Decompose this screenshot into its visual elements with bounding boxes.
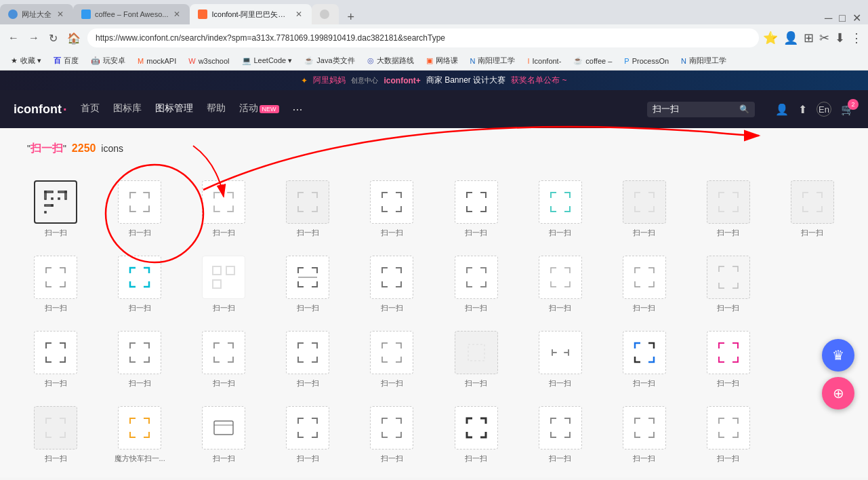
icon-item[interactable]: 扫一扫 [434,395,518,471]
nav-home[interactable]: 首页 [81,100,100,119]
icon-item[interactable]: 扫一扫 [602,395,686,471]
icon-item[interactable]: 扫一扫 [518,395,602,471]
bookmark-mooc[interactable]: ▣ 网络课 [421,54,463,67]
ad-left-text: 阿里妈妈 [313,75,346,86]
home-button[interactable]: 🏠 [64,29,83,47]
minimize-icon[interactable]: ─ [825,12,832,24]
icon-label: 扫一扫 [633,378,655,388]
nav-activity[interactable]: 活动NEW [239,100,279,119]
bookmark-wanandroid[interactable]: 🤖 玩安卓 [85,54,131,67]
icon-label: 扫一扫 [45,303,67,313]
icon-item[interactable]: 扫一扫 [602,320,686,395]
icon-item[interactable]: 扫一扫 [266,320,350,395]
icon-item[interactable]: 扫一扫 [14,245,98,320]
bookmark-mockapi[interactable]: M mockAPI [132,56,182,66]
icon-item[interactable]: 扫一扫 [350,245,434,320]
icon-label: 扫一扫 [381,454,403,464]
icon-item[interactable]: 扫一扫 [518,245,602,320]
icon-item[interactable]: 扫一扫 [182,320,266,395]
bookmark-java[interactable]: ☕ Java类文件 [299,54,360,67]
address-input[interactable] [87,28,759,47]
nav-manage[interactable]: 图标管理 [155,100,193,119]
icon-item[interactable]: 扫一扫 [98,245,182,320]
svg-rect-5 [58,198,60,199]
icon-item[interactable]: 扫一扫 [14,320,98,395]
bookmark-w3school[interactable]: W w3school [183,56,234,66]
bookmark-iconfont[interactable]: I Iconfont- [522,56,566,66]
bookmark-star-icon[interactable]: ⭐ [763,31,778,45]
icon-item[interactable]: 扫一扫 [602,169,686,245]
icon-item[interactable]: 魔方快车扫一... [98,395,182,471]
nav-help[interactable]: 帮助 [207,100,226,119]
icon-item[interactable]: 扫一扫 [518,320,602,395]
icon-item[interactable]: 扫一扫 [434,320,518,395]
tab-close-3[interactable]: ✕ [294,8,304,20]
crown-icon: ♛ [832,347,844,363]
icon-item[interactable]: 扫一扫 [182,395,266,471]
tab-close-1[interactable]: ✕ [56,8,65,20]
icon-item[interactable]: 扫一扫 [686,320,770,395]
bookmark-favorites[interactable]: ★ 收藏 ▾ [5,54,47,67]
download-icon[interactable]: ⬇ [835,31,845,45]
icon-item[interactable]: 扫一扫 [686,169,770,245]
icon-item[interactable]: 扫一扫 [434,169,518,245]
icon-item[interactable]: 扫一扫 [14,395,98,471]
nav-more[interactable]: ··· [293,102,303,117]
close-browser-icon[interactable]: ✕ [852,12,861,24]
reload-button[interactable]: ↻ [46,29,60,47]
cart-wrapper[interactable]: 🛒 2 [841,103,854,116]
share-float-button[interactable]: ⊕ [822,377,854,409]
icon-item[interactable]: 扫一扫 [350,320,434,395]
icon-item[interactable]: 扫一扫 [770,169,854,245]
user-icon[interactable]: 👤 [775,103,789,116]
icon-item[interactable]: 扫一扫 [350,395,434,471]
vip-float-button[interactable]: ♛ [822,339,854,372]
icon-item[interactable]: 扫一扫 [350,169,434,245]
icon-item[interactable]: 扫一扫 [686,245,770,320]
search-input[interactable] [653,104,734,115]
icon-item[interactable]: 扫一扫 [98,320,182,395]
icon-item[interactable]: 扫一扫 [434,245,518,320]
icon-item[interactable]: 扫一扫 [266,395,350,471]
icon-box [539,331,582,374]
icon-label: 扫一扫 [213,303,235,313]
extensions-icon[interactable]: ⊞ [804,31,814,45]
icon-item[interactable]: 扫一扫 [686,395,770,471]
icon-item[interactable]: 扫一扫 [14,169,98,245]
bookmark-label: w3school [199,57,230,65]
nav-library[interactable]: 图标库 [113,100,142,119]
cut-icon[interactable]: ✂ [819,31,829,45]
icon-item[interactable]: 扫一扫 [182,245,266,320]
icon-item[interactable]: 扫一扫 [266,245,350,320]
upload-icon[interactable]: ⬆ [798,103,807,116]
menu-icon[interactable]: ⋮ [850,31,863,45]
bookmark-processon[interactable]: P ProcessOn [619,56,674,66]
forward-button[interactable]: → [26,29,42,47]
icon-item[interactable]: 扫一扫 [602,245,686,320]
icon-item[interactable]: 扫一扫 [518,169,602,245]
tab-4[interactable] [312,4,339,24]
tab-3[interactable]: Iconfont-阿里巴巴矢量... ✕ [190,4,312,24]
bookmark-baidu[interactable]: 百 百度 [48,54,84,67]
ad-banner[interactable]: ✦ 阿里妈妈 创意中心 iconfont+ 商家 Banner 设计大赛 获奖名… [0,71,868,90]
bookmark-nyist1[interactable]: N 南阳理工学 [465,54,521,67]
bookmark-label: LeetCode ▾ [254,56,293,65]
maximize-icon[interactable]: □ [839,12,846,24]
back-button[interactable]: ← [5,29,22,47]
tab-close-2[interactable]: ✕ [172,8,182,20]
tab-1[interactable]: 网址大全 ✕ [0,4,73,24]
icon-item[interactable]: 扫一扫 [182,169,266,245]
icon-item[interactable]: 扫一扫 [98,169,182,245]
bigdata-favicon: ◎ [367,56,374,65]
search-button[interactable]: 🔍 [739,104,749,114]
icon-item[interactable]: 扫一扫 [266,169,350,245]
bookmark-bigdata[interactable]: ◎ 大数据路线 [362,54,419,67]
site-logo[interactable]: iconfont· [14,102,67,117]
bookmark-coffee[interactable]: ☕ coffee – [568,55,617,66]
lang-icon[interactable]: En [817,102,831,117]
tab-2[interactable]: coffee – Font Aweso... ✕ [73,4,190,24]
bookmark-leetcode[interactable]: 💻 LeetCode ▾ [236,55,298,66]
bookmark-nyist2[interactable]: N 南阳理工学 [676,54,732,67]
new-tab-button[interactable]: + [342,10,360,24]
profile-icon[interactable]: 👤 [783,31,798,45]
